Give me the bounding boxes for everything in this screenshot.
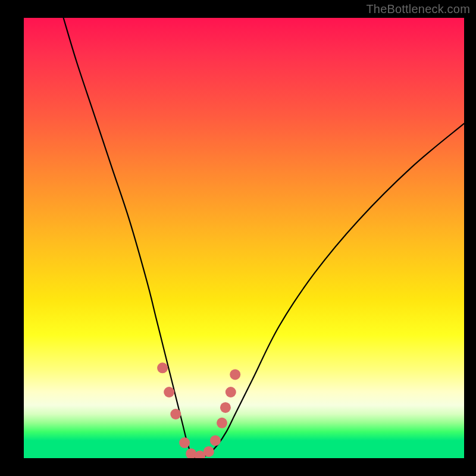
highlight-dot	[157, 362, 168, 373]
highlight-dot	[179, 437, 190, 448]
chart-stage: TheBottleneck.com	[0, 0, 476, 476]
highlight-dot	[230, 369, 240, 380]
highlight-dot	[164, 387, 174, 397]
highlight-dot	[220, 402, 231, 413]
highlight-dot	[203, 446, 214, 457]
highlight-dot	[170, 409, 181, 419]
watermark-text: TheBottleneck.com	[366, 2, 470, 16]
highlight-dots	[157, 362, 240, 458]
bottleneck-curve	[64, 18, 464, 458]
highlight-dot	[226, 387, 236, 397]
highlight-dot	[210, 435, 221, 446]
curve-layer	[24, 18, 464, 458]
plot-area	[24, 18, 464, 458]
highlight-dot	[217, 418, 227, 428]
